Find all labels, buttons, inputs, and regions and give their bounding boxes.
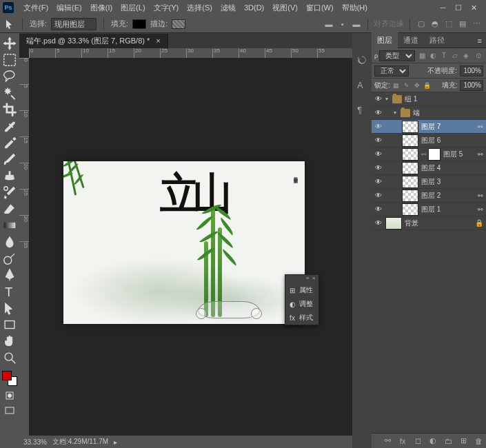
lock-transparency-icon[interactable]: ▦ — [392, 81, 401, 90]
layer-thumbnail[interactable] — [402, 134, 418, 147]
layer-row[interactable]: 👁⚯图层 5⚯ — [372, 147, 486, 161]
crop-tool[interactable] — [2, 102, 17, 117]
menu-view[interactable]: 视图(V) — [268, 1, 302, 15]
layer-thumbnail[interactable] — [402, 162, 418, 174]
layer-row[interactable]: 👁图层 6 — [372, 134, 486, 147]
document-tab[interactable]: 端午.psd @ 33.3% (图层 7, RGB/8) * × — [19, 34, 168, 48]
maximize-button[interactable]: ☐ — [454, 3, 463, 12]
paragraph-panel-icon[interactable]: ¶ — [356, 103, 368, 116]
quick-mask-toggle[interactable] — [4, 390, 15, 401]
filter-pixel-icon[interactable]: ▦ — [417, 51, 427, 61]
options-icon[interactable]: ⋯ — [471, 19, 482, 30]
blend-mode-dropdown[interactable]: 正常 — [374, 65, 409, 77]
expand-arrow-icon[interactable]: ▾ — [385, 96, 392, 102]
menu-select[interactable]: 选择(S) — [183, 1, 216, 15]
channels-tab[interactable]: 通道 — [398, 32, 424, 48]
layer-thumbnail[interactable] — [402, 176, 418, 188]
document-size[interactable]: 文档:4.29M/11.7M — [52, 437, 108, 447]
menu-window[interactable]: 窗口(W) — [302, 1, 338, 15]
layer-row[interactable]: 👁图层 4 — [372, 161, 486, 175]
foreground-color[interactable] — [2, 371, 12, 380]
visibility-toggle[interactable]: 👁 — [372, 164, 385, 172]
visibility-toggle[interactable]: 👁 — [372, 205, 385, 213]
menu-type[interactable]: 文字(Y) — [150, 1, 183, 15]
menu-filter[interactable]: 滤镜 — [216, 1, 240, 15]
adjustments-panel-item[interactable]: ◐调整 — [285, 297, 318, 311]
new-layer-icon[interactable]: ⊞ — [458, 436, 468, 446]
zoom-tool[interactable] — [2, 350, 17, 365]
layer-thumbnail[interactable] — [385, 217, 402, 230]
3d-icon[interactable]: ⬚ — [443, 19, 454, 30]
layers-tab[interactable]: 图层 — [372, 32, 398, 48]
clone-stamp-tool[interactable] — [2, 168, 17, 183]
fill-opacity-input[interactable] — [460, 80, 483, 91]
layer-thumbnail[interactable] — [402, 190, 418, 202]
link-layers-icon[interactable]: ⚯ — [383, 436, 392, 446]
expand-arrow-icon[interactable]: ▾ — [394, 110, 401, 116]
path-selection-tool[interactable] — [2, 301, 17, 316]
floating-properties-panel[interactable]: « × ⊞属性 ◐调整 fx样式 — [285, 274, 319, 325]
layer-row[interactable]: 👁图层 1⚯ — [372, 203, 486, 216]
blur-tool[interactable] — [2, 234, 17, 250]
move-tool[interactable] — [2, 36, 17, 51]
filter-smart-icon[interactable]: ◈ — [461, 51, 471, 61]
delete-layer-icon[interactable]: 🗑 — [474, 436, 483, 446]
lock-all-icon[interactable]: 🔒 — [423, 81, 432, 90]
dodge-tool[interactable] — [2, 251, 17, 266]
menu-help[interactable]: 帮助(H) — [338, 1, 372, 15]
visibility-toggle[interactable]: 👁 — [372, 192, 385, 199]
mask-thumbnail[interactable] — [428, 148, 441, 161]
canvas-viewport[interactable]: 立山 瑞午佳節 竹報平安 歲歲年年 — [29, 58, 352, 436]
visibility-toggle[interactable]: 👁 — [372, 95, 385, 103]
layer-row[interactable]: 👁背景🔒 — [372, 216, 486, 230]
screen-mode-toggle[interactable] — [4, 405, 15, 416]
filter-type-dropdown[interactable]: 类型 — [379, 50, 415, 61]
marquee-tool[interactable] — [2, 52, 17, 68]
selection-dropdown[interactable]: 现用图层 — [51, 18, 97, 30]
lasso-tool[interactable] — [2, 69, 17, 84]
visibility-toggle[interactable]: 👁 — [372, 219, 385, 227]
layer-style-icon[interactable]: fx — [398, 436, 407, 446]
panel-close-icon[interactable]: × — [312, 276, 316, 281]
minimize-button[interactable]: ─ — [439, 3, 447, 12]
layer-row[interactable]: 👁图层 3 — [372, 175, 486, 189]
character-panel-icon[interactable]: A — [356, 79, 368, 91]
menu-edit[interactable]: 编辑(E) — [52, 1, 86, 15]
layer-row[interactable]: 👁▾端 — [372, 106, 486, 120]
layer-thumbnail[interactable] — [402, 121, 418, 133]
visibility-toggle[interactable]: 👁 — [372, 178, 385, 185]
hand-tool[interactable] — [2, 334, 17, 349]
align-left-icon[interactable]: ▬ — [323, 19, 334, 30]
lock-pixels-icon[interactable]: ✎ — [403, 81, 411, 90]
mask-icon[interactable]: ◓ — [429, 19, 441, 30]
visibility-toggle[interactable]: 👁 — [372, 109, 385, 116]
history-brush-tool[interactable] — [2, 185, 17, 200]
filter-adjust-icon[interactable]: ◐ — [428, 51, 438, 61]
filter-type-icon[interactable]: T — [439, 51, 449, 61]
pen-tool[interactable] — [2, 267, 17, 283]
layer-mask-icon[interactable]: ◻ — [413, 436, 423, 446]
styles-panel-item[interactable]: fx样式 — [285, 311, 318, 325]
visibility-toggle[interactable]: 👁 — [372, 136, 385, 144]
eyedropper-tool[interactable] — [2, 119, 17, 134]
menu-layer[interactable]: 图层(L) — [117, 1, 149, 15]
type-tool[interactable]: T — [2, 284, 17, 299]
align-center-icon[interactable]: ▪ — [337, 19, 348, 30]
adjustment-layer-icon[interactable]: ◐ — [428, 436, 438, 446]
arrange-icon[interactable]: ▤ — [457, 19, 468, 30]
layer-row[interactable]: 👁图层 7⚯ — [372, 120, 486, 134]
zoom-level[interactable]: 33.33% — [23, 438, 47, 446]
healing-brush-tool[interactable] — [2, 135, 17, 150]
status-chevron-icon[interactable]: ▸ — [114, 438, 117, 446]
align-right-icon[interactable]: ▬ — [351, 19, 362, 30]
lock-position-icon[interactable]: ✥ — [413, 81, 421, 90]
visibility-toggle[interactable]: 👁 — [372, 150, 385, 158]
panel-menu-icon[interactable]: ≡ — [474, 37, 486, 45]
layer-row[interactable]: 👁图层 2⚯ — [372, 189, 486, 203]
layer-thumbnail[interactable] — [402, 203, 418, 216]
stroke-swatch[interactable] — [172, 19, 185, 29]
menu-3d[interactable]: 3D(D) — [240, 1, 268, 14]
color-swatches[interactable] — [2, 371, 17, 386]
properties-panel-item[interactable]: ⊞属性 — [285, 283, 318, 297]
eraser-tool[interactable] — [2, 201, 17, 216]
